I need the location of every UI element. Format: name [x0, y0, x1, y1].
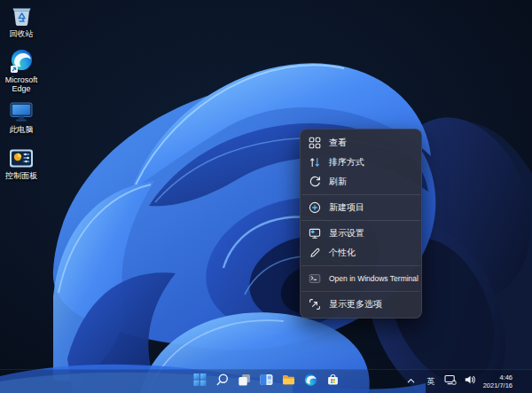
view-grid-icon	[309, 137, 321, 149]
widgets-icon	[259, 373, 273, 390]
network-ethernet-icon	[444, 373, 457, 389]
hidden-icons-button[interactable]	[403, 372, 419, 391]
volume-button[interactable]	[462, 372, 478, 391]
menu-item-personalize[interactable]: 个性化	[301, 243, 421, 263]
microsoft-store-icon	[325, 373, 340, 390]
edge-icon	[303, 373, 317, 390]
menu-item-label: 排序方式	[329, 156, 364, 169]
widgets-button[interactable]	[255, 371, 278, 392]
menu-item-show-more-options[interactable]: 显示更多选项	[301, 295, 421, 314]
file-explorer-button[interactable]	[278, 371, 300, 392]
menu-separator	[301, 194, 420, 195]
desktop-screen: 回收站 Microsoft	[0, 0, 532, 393]
taskbar-clock[interactable]: 4:46 2021/7/16	[481, 373, 514, 389]
menu-item-label: 新建项目	[329, 201, 364, 214]
desktop-background[interactable]	[0, 0, 532, 393]
display-settings-icon	[309, 227, 321, 240]
desktop-icon-control-panel[interactable]: 控制面板	[0, 142, 43, 185]
desktop-icon-label: Microsoft Edge	[1, 75, 42, 93]
menu-item-display-settings[interactable]: 显示设置	[301, 224, 421, 243]
desktop-icon-microsoft-edge[interactable]: Microsoft Edge	[0, 46, 43, 93]
edge-taskbar-button[interactable]	[300, 371, 322, 392]
taskbar-center-buttons	[189, 370, 344, 393]
menu-separator	[301, 220, 420, 221]
menu-separator	[301, 265, 420, 266]
microsoft-store-button[interactable]	[322, 371, 344, 392]
refresh-icon	[309, 176, 321, 188]
windows-logo-icon	[192, 373, 207, 390]
task-view-icon	[237, 373, 251, 390]
desktop-icon-this-pc[interactable]: 此电脑	[0, 96, 43, 139]
clock-date: 2021/7/16	[483, 381, 512, 389]
show-more-options-icon	[309, 298, 321, 310]
menu-item-refresh[interactable]: 刷新	[301, 172, 421, 192]
new-item-icon	[309, 201, 321, 214]
taskbar: 英	[0, 369, 532, 393]
search-button[interactable]	[211, 371, 233, 392]
control-panel-icon	[9, 145, 34, 169]
ime-indicator[interactable]: 英	[423, 372, 439, 391]
desktop-icon-label: 控制面板	[5, 171, 37, 180]
menu-separator	[301, 291, 420, 292]
file-explorer-icon	[281, 373, 295, 390]
menu-item-view[interactable]: 查看	[301, 133, 421, 153]
bloom-wallpaper-art	[0, 0, 532, 393]
menu-item-label: 个性化	[329, 247, 356, 259]
taskbar-system-tray: 英	[403, 370, 532, 393]
menu-item-label: 查看	[329, 137, 347, 149]
desktop-context-menu: 查看 排序方式 刷新	[300, 129, 422, 318]
desktop-icon-label: 此电脑	[10, 125, 34, 134]
menu-item-open-windows-terminal[interactable]: Open in Windows Terminal	[301, 269, 421, 288]
desktop-icon-list: 回收站 Microsoft	[0, 0, 43, 188]
ime-language-label: 英	[426, 378, 434, 386]
desktop-icon-label: 回收站	[10, 29, 34, 38]
chevron-up-icon	[406, 373, 416, 389]
network-button[interactable]	[442, 372, 458, 391]
personalize-icon	[309, 247, 321, 259]
windows-terminal-icon	[309, 272, 321, 285]
search-icon	[215, 373, 229, 390]
desktop-icon-recycle-bin[interactable]: 回收站	[0, 0, 43, 43]
task-view-button[interactable]	[233, 371, 255, 392]
recycle-bin-icon	[10, 3, 34, 28]
menu-item-label: Open in Windows Terminal	[329, 274, 419, 283]
menu-item-sort-by[interactable]: 排序方式	[301, 153, 421, 172]
menu-item-new-item[interactable]: 新建项目	[301, 198, 421, 217]
volume-icon	[464, 373, 476, 389]
edge-icon	[10, 49, 34, 74]
menu-item-label: 显示设置	[329, 227, 364, 240]
menu-item-label: 显示更多选项	[329, 298, 382, 310]
this-pc-icon	[9, 98, 34, 123]
sort-icon	[309, 156, 321, 169]
menu-item-label: 刷新	[329, 176, 347, 188]
start-button[interactable]	[189, 371, 211, 392]
clock-time: 4:46	[499, 373, 512, 381]
